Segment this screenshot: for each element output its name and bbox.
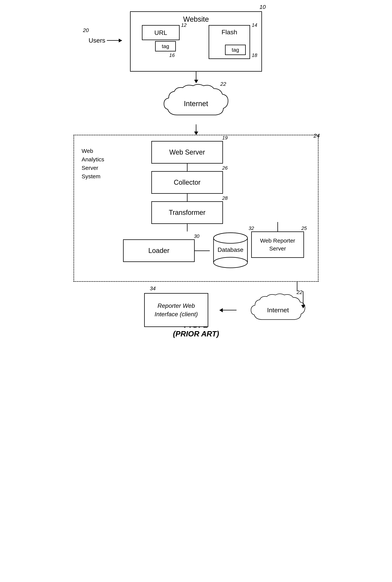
ref-28: 28 bbox=[222, 195, 228, 201]
diagram-container: 10 Website URL 12 tag 16 bbox=[55, 11, 337, 338]
url-label: URL bbox=[154, 29, 167, 36]
internet-bottom-cloud: 22 Internet bbox=[248, 291, 308, 329]
rwi-box: Reporter WebInterface (client) bbox=[144, 293, 208, 327]
reporter-server-section: 25 Web ReporterServer bbox=[251, 232, 304, 258]
reporter-server-label: Web ReporterServer bbox=[260, 237, 295, 252]
users-label: Users bbox=[88, 37, 105, 44]
website-section: 10 Website URL 12 tag 16 bbox=[130, 11, 262, 72]
internet-top-cloud: 22 Internet bbox=[160, 83, 232, 124]
reporter-exit-line bbox=[74, 282, 318, 291]
web-server-box: Web Server bbox=[151, 141, 223, 164]
ref-14: 14 bbox=[252, 22, 257, 28]
svg-point-5 bbox=[214, 233, 248, 243]
internet-top-label: Internet bbox=[184, 100, 208, 108]
reporter-server-box: Web ReporterServer bbox=[251, 232, 304, 258]
ws-to-col-line bbox=[187, 164, 188, 171]
flash-label: Flash bbox=[222, 28, 237, 36]
transformer-label: Transformer bbox=[169, 209, 206, 216]
database-svg: Database bbox=[210, 232, 251, 269]
loader-box: Loader bbox=[123, 239, 195, 262]
tag-url-box: tag bbox=[155, 41, 176, 52]
ref-12: 12 bbox=[181, 22, 186, 28]
collector-section: 26 Collector bbox=[151, 171, 223, 194]
ref-10: 10 bbox=[260, 4, 266, 10]
tag-flash-box: tag bbox=[225, 45, 246, 55]
server-main-column: 19 Web Server 26 Collector bbox=[123, 141, 251, 270]
tag-url-label: tag bbox=[162, 43, 169, 50]
db-to-reporter-line bbox=[278, 222, 278, 232]
ref-16: 16 bbox=[169, 52, 175, 58]
database-section: 32 Database bbox=[210, 232, 251, 270]
users-arrow bbox=[107, 40, 122, 41]
rwi-label: Reporter WebInterface (client) bbox=[154, 302, 198, 318]
transformer-box: Transformer bbox=[151, 201, 223, 224]
ref-25: 25 bbox=[301, 226, 307, 231]
server-columns: 19 Web Server 26 Collector bbox=[123, 141, 307, 270]
internet-to-rwi-arrow bbox=[220, 310, 236, 310]
collector-label: Collector bbox=[174, 178, 200, 186]
collector-box: Collector bbox=[151, 171, 223, 194]
top-section: 10 Website URL 12 tag 16 bbox=[130, 11, 262, 135]
ref-22-bottom: 22 bbox=[297, 289, 302, 295]
transformer-section: 28 Transformer bbox=[151, 201, 223, 224]
trans-to-loader-line bbox=[187, 224, 188, 232]
ref-22-top: 22 bbox=[220, 81, 226, 87]
loader-to-db-line bbox=[195, 250, 210, 251]
ref-18: 18 bbox=[252, 52, 257, 58]
flash-box: Flash tag bbox=[209, 25, 250, 59]
tag-flash-label: tag bbox=[232, 47, 239, 53]
internet-bottom-label: Internet bbox=[267, 306, 289, 314]
server-system-label: Web Analytics Server System bbox=[82, 147, 104, 180]
loader-db-row: 30 Loader 32 bbox=[123, 232, 251, 270]
rwi-section: 34 Reporter WebInterface (client) bbox=[144, 293, 208, 327]
bottom-section: 34 Reporter WebInterface (client) 22 Int… bbox=[74, 291, 318, 329]
server-right-column: 25 Web ReporterServer bbox=[251, 141, 304, 270]
web-server-label: Web Server bbox=[169, 148, 205, 156]
arrow-left-head bbox=[219, 308, 223, 312]
web-server-section: 19 Web Server bbox=[151, 141, 223, 164]
website-box: Website URL 12 tag 16 Flash bbox=[130, 11, 262, 72]
internet-to-server-arrow bbox=[196, 124, 196, 135]
url-box: URL bbox=[142, 25, 180, 40]
svg-text:Database: Database bbox=[218, 246, 244, 253]
loader-section: 30 Loader bbox=[123, 239, 195, 262]
reporter-server-subsection: 25 Web ReporterServer bbox=[251, 222, 304, 258]
loader-label: Loader bbox=[148, 247, 170, 254]
users-section: 20 Users bbox=[88, 37, 122, 44]
server-system-box: 24 Web Analytics Server System 19 Web Se… bbox=[74, 135, 318, 282]
ref-26: 26 bbox=[222, 165, 228, 171]
ref-24: 24 bbox=[314, 132, 320, 139]
ref-19: 19 bbox=[222, 135, 228, 141]
ref-34: 34 bbox=[150, 286, 156, 292]
website-to-internet-arrow bbox=[196, 72, 196, 83]
ref-20: 20 bbox=[83, 27, 89, 33]
fig-subtitle: (PRIOR ART) bbox=[173, 330, 219, 338]
svg-point-4 bbox=[214, 257, 248, 268]
website-label: Website bbox=[183, 15, 209, 23]
ref-30: 30 bbox=[194, 233, 200, 239]
col-to-trans-line bbox=[187, 194, 188, 201]
